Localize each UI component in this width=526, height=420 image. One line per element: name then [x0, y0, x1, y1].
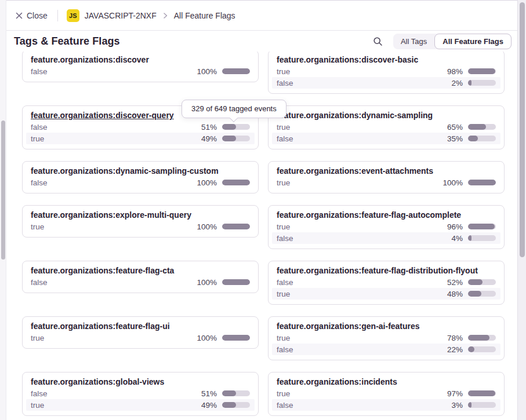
flag-percentage: 96%	[442, 222, 463, 231]
flag-value-row[interactable]: true96%	[272, 221, 500, 232]
flag-percentage: 100%	[442, 178, 463, 187]
distribution-bar-fill	[468, 390, 495, 396]
flag-value-label: true	[31, 401, 196, 410]
feature-flag-name-link[interactable]: feature.organizations:incidents	[277, 376, 496, 388]
flag-value-label: true	[277, 67, 442, 76]
flag-value-row[interactable]: true100%	[26, 221, 255, 232]
feature-flag-card: feature.organizations:dynamic-samplingtr…	[268, 105, 505, 149]
page-vertical-scrollbar[interactable]	[0, 0, 6, 420]
javascript-platform-icon: JS	[67, 9, 79, 22]
flag-percentage: 100%	[196, 178, 217, 187]
drawer-scrollbar-thumb[interactable]	[520, 2, 525, 257]
flag-value-label: false	[31, 278, 196, 287]
feature-flag-name-link[interactable]: feature.organizations:discover	[31, 54, 250, 65]
distribution-bar	[468, 80, 496, 86]
flag-value-row[interactable]: true98%	[272, 65, 500, 77]
distribution-bar	[222, 279, 250, 285]
distribution-bar-fill	[222, 224, 250, 229]
breadcrumb-project[interactable]: JAVASCRIPT-2NXF	[85, 11, 157, 20]
flag-percentage: 3%	[442, 401, 463, 410]
flag-percentage: 49%	[196, 401, 217, 410]
feature-flag-name-link[interactable]: feature.organizations:explore-multi-quer…	[31, 209, 250, 221]
distribution-bar	[468, 136, 496, 141]
close-icon	[15, 12, 23, 20]
distribution-bar	[222, 68, 250, 74]
flag-value-row[interactable]: false22%	[272, 344, 500, 355]
flag-rows: true98%false2%	[277, 65, 496, 89]
feature-flag-name-link[interactable]: feature.organizations:feature-flag-autoc…	[277, 209, 496, 221]
flag-value-row[interactable]: true49%	[26, 133, 255, 144]
flag-value-label: false	[277, 278, 442, 287]
flag-value-row[interactable]: false3%	[272, 399, 500, 411]
flag-value-row[interactable]: true65%	[272, 121, 500, 133]
tab-all-feature-flags[interactable]: All Feature Flags	[434, 34, 512, 49]
flag-percentage: 4%	[442, 234, 463, 243]
flag-value-row[interactable]: false52%	[272, 276, 500, 288]
distribution-bar	[468, 291, 496, 297]
flag-percentage: 100%	[196, 334, 217, 342]
drawer-vertical-scrollbar[interactable]	[517, 0, 526, 420]
flag-rows: false100%	[31, 276, 250, 288]
flag-percentage: 48%	[442, 290, 463, 298]
flag-value-row[interactable]: false2%	[272, 77, 500, 89]
distribution-bar	[468, 402, 496, 408]
flag-rows: false100%	[31, 177, 250, 188]
flag-value-label: false	[277, 345, 442, 354]
flag-value-row[interactable]: true100%	[272, 177, 500, 188]
flag-value-row[interactable]: false100%	[26, 177, 255, 188]
breadcrumb-current-page: All Feature Flags	[174, 11, 235, 20]
chevron-right-icon	[161, 11, 170, 20]
feature-flag-card: feature.organizations:feature-flag-ctafa…	[22, 261, 259, 293]
feature-flag-name-link[interactable]: feature.organizations:dynamic-sampling-c…	[31, 165, 250, 177]
feature-flag-name-link[interactable]: feature.organizations:feature-flag-distr…	[277, 265, 496, 276]
flag-value-row[interactable]: true100%	[26, 332, 255, 344]
flag-value-row[interactable]: true78%	[272, 332, 500, 344]
flag-value-row[interactable]: false100%	[26, 276, 255, 288]
flag-value-row[interactable]: false51%	[26, 121, 255, 133]
feature-flag-name-link[interactable]: feature.organizations:gen-ai-features	[277, 320, 496, 332]
view-toggle: All Tags All Feature Flags	[393, 34, 512, 49]
search-button[interactable]	[370, 33, 386, 49]
flag-value-label: true	[277, 290, 442, 298]
distribution-bar	[468, 224, 496, 229]
flag-value-row[interactable]: true49%	[26, 399, 255, 411]
close-label: Close	[27, 11, 48, 20]
flag-percentage: 98%	[442, 67, 463, 76]
flag-percentage: 35%	[442, 134, 463, 143]
flag-value-label: false	[277, 401, 442, 410]
flag-percentage: 65%	[442, 123, 463, 132]
flag-value-row[interactable]: false100%	[26, 65, 255, 77]
distribution-bar	[468, 346, 496, 352]
flag-percentage: 2%	[442, 79, 463, 87]
flag-percentage: 100%	[196, 222, 217, 231]
feature-flag-name-link[interactable]: feature.organizations:event-attachments	[277, 165, 496, 177]
flag-value-row[interactable]: false35%	[272, 133, 500, 144]
page-scrollbar-thumb[interactable]	[1, 120, 5, 260]
flag-rows: false51%true49%	[31, 121, 250, 144]
tab-all-tags[interactable]: All Tags	[393, 34, 434, 49]
flag-value-row[interactable]: false51%	[26, 388, 255, 399]
page-title: Tags & Feature Flags	[14, 35, 120, 48]
feature-flag-name-link[interactable]: feature.organizations:dynamic-sampling	[277, 109, 496, 121]
distribution-bar	[468, 235, 496, 241]
flag-value-label: false	[31, 123, 196, 132]
flag-percentage: 22%	[442, 345, 463, 354]
feature-flag-card: feature.organizations:global-viewsfalse5…	[22, 372, 259, 416]
flag-value-label: true	[31, 134, 196, 143]
close-button[interactable]: Close	[14, 9, 49, 23]
flag-value-label: true	[277, 334, 442, 342]
distribution-bar-fill	[468, 136, 478, 141]
feature-flag-name-link[interactable]: feature.organizations:feature-flag-cta	[31, 265, 250, 276]
feature-flag-name-link[interactable]: feature.organizations:discover-basic	[277, 54, 496, 65]
feature-flag-card: feature.organizations:discoverfalse100%	[22, 52, 259, 82]
flag-value-row[interactable]: true48%	[272, 288, 500, 300]
feature-flag-name-link[interactable]: feature.organizations:feature-flag-ui	[31, 320, 250, 332]
flag-percentage: 100%	[196, 67, 217, 76]
flag-value-row[interactable]: false4%	[272, 232, 500, 244]
distribution-bar-fill	[468, 335, 489, 341]
distribution-bar	[468, 335, 496, 341]
flag-value-row[interactable]: true97%	[272, 388, 500, 399]
distribution-bar-fill	[468, 224, 495, 229]
feature-flag-name-link[interactable]: feature.organizations:global-views	[31, 376, 250, 388]
flag-rows: false52%true48%	[277, 276, 496, 300]
